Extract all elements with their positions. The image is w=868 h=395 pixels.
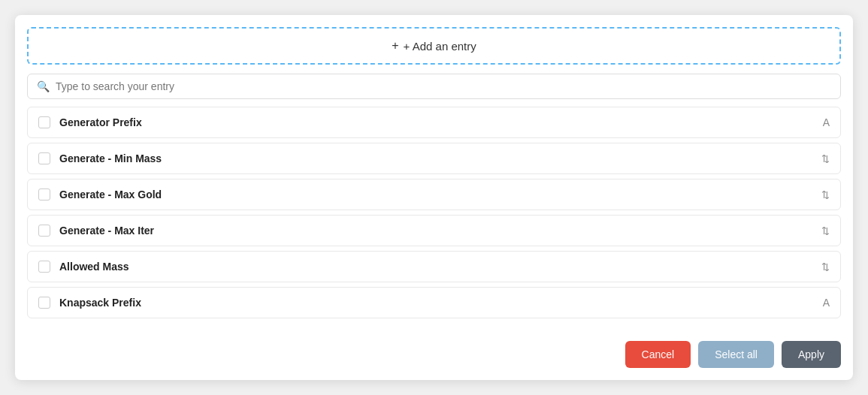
list-item[interactable]: Allowed Mass⇅ bbox=[27, 251, 841, 282]
type-text-icon: A bbox=[823, 116, 830, 128]
search-icon: 🔍 bbox=[37, 80, 50, 92]
search-input[interactable] bbox=[56, 80, 831, 92]
footer: Cancel Select all Apply bbox=[27, 333, 841, 368]
entry-label: Generate - Min Mass bbox=[59, 152, 162, 164]
list-item[interactable]: Knapsack PrefixA bbox=[27, 287, 841, 318]
add-entry-button[interactable]: + + Add an entry bbox=[27, 27, 841, 65]
entry-label: Knapsack Prefix bbox=[59, 297, 141, 309]
entry-checkbox[interactable] bbox=[38, 188, 50, 201]
entry-list: Generator PrefixAGenerate - Min Mass⇅Gen… bbox=[27, 107, 841, 323]
modal-container: + + Add an entry 🔍 Generator PrefixAGene… bbox=[15, 15, 853, 380]
sort-icon: ⇅ bbox=[821, 153, 830, 164]
entry-label: Generator Prefix bbox=[59, 116, 142, 128]
entry-checkbox[interactable] bbox=[38, 152, 50, 164]
select-all-button[interactable]: Select all bbox=[698, 341, 774, 368]
type-text-icon: A bbox=[823, 297, 830, 309]
cancel-button[interactable]: Cancel bbox=[625, 341, 691, 368]
list-item[interactable]: Generate - Max Iter⇅ bbox=[27, 215, 841, 246]
sort-icon: ⇅ bbox=[821, 261, 830, 273]
entry-checkbox[interactable] bbox=[38, 225, 50, 237]
search-container: 🔍 bbox=[27, 74, 841, 99]
entry-label: Generate - Max Iter bbox=[59, 225, 154, 237]
entry-checkbox[interactable] bbox=[38, 261, 50, 273]
plus-icon: + bbox=[392, 39, 398, 53]
list-item[interactable]: Generator PrefixA bbox=[27, 107, 841, 138]
sort-icon: ⇅ bbox=[821, 225, 830, 237]
entry-label: Generate - Max Gold bbox=[59, 188, 162, 201]
list-item[interactable]: Generate - Min Mass⇅ bbox=[27, 143, 841, 174]
sort-icon: ⇅ bbox=[821, 189, 830, 201]
entry-label: Allowed Mass bbox=[59, 261, 129, 273]
entry-checkbox[interactable] bbox=[38, 116, 50, 128]
entry-checkbox[interactable] bbox=[38, 297, 50, 309]
list-item[interactable]: Generate - Max Gold⇅ bbox=[27, 179, 841, 210]
add-entry-label: + Add an entry bbox=[404, 40, 476, 53]
apply-button[interactable]: Apply bbox=[782, 341, 841, 368]
